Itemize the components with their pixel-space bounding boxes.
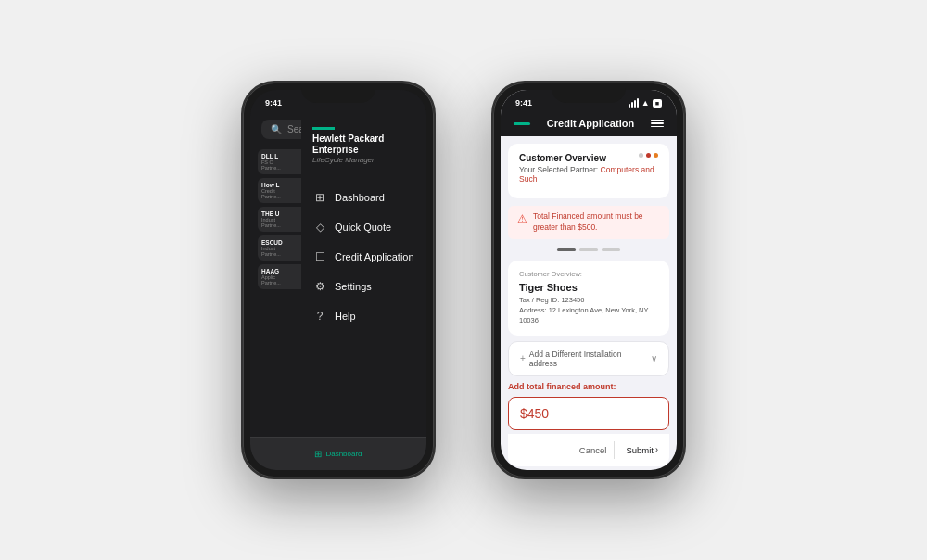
right-time: 9:41 <box>515 98 532 108</box>
left-phone-screen: 9:41 ▲ ■ 🔍 Search DLL L FS O Par <box>250 90 426 470</box>
error-message: Total Financed amount must be greater th… <box>533 211 660 234</box>
progress-dot-1 <box>557 248 576 251</box>
bottom-nav-label: Dashboard <box>325 450 362 458</box>
chevron-right-icon: › <box>655 445 658 454</box>
hamburger-menu-button[interactable] <box>651 120 664 128</box>
sidebar-item-label: Settings <box>335 281 372 292</box>
submit-button[interactable]: Submit › <box>626 445 658 455</box>
sidebar-item-dashboard[interactable]: ⊞ Dashboard <box>312 183 415 212</box>
left-phone: 9:41 ▲ ■ 🔍 Search DLL L FS O Par <box>241 81 436 479</box>
progress-dot-3 <box>602 248 620 251</box>
right-phone: 9:41 ▲ ■ Credit Application <box>491 81 686 479</box>
phone-notch <box>301 83 375 103</box>
left-time: 9:41 <box>265 98 282 108</box>
app-logo: Hewlett PackardEnterprise LifeCycle Mana… <box>312 127 415 164</box>
customer-tax-id: Tax / Reg ID: 123456 <box>519 295 658 305</box>
sidebar-item-label: Help <box>335 311 356 322</box>
plus-icon: + <box>520 353 526 363</box>
cancel-button[interactable]: Cancel <box>572 441 616 459</box>
dot-red <box>646 153 651 158</box>
battery-icon: ■ <box>653 99 662 108</box>
logo-accent-bar <box>312 127 335 130</box>
wifi-icon: ▲ <box>641 98 650 108</box>
progress-indicator <box>501 245 677 255</box>
add-address-label: Add a Different Installation address <box>529 350 651 368</box>
navigation-drawer: Hewlett PackardEnterprise LifeCycle Mana… <box>301 90 426 470</box>
amount-value: $450 <box>520 406 549 421</box>
customer-card-label: Customer Overview: <box>519 270 658 278</box>
sidebar-item-settings[interactable]: ⚙ Settings <box>312 272 415 301</box>
customer-overview-card: Customer Overview Your Selected Partner:… <box>508 144 669 198</box>
app-header: Credit Application <box>501 112 677 136</box>
signal-icon <box>629 98 639 108</box>
customer-address: Address: 12 Lexington Ave, New York, NY … <box>519 305 658 326</box>
dashboard-icon: ⊞ <box>314 449 322 459</box>
sidebar-item-label: Dashboard <box>335 192 385 203</box>
right-status-icons: ▲ ■ <box>629 98 662 108</box>
question-icon: ? <box>312 309 327 324</box>
customer-name: Tiger Shoes <box>519 282 658 293</box>
header-logo-bar <box>514 122 530 125</box>
phone-notch <box>552 83 626 103</box>
grid-icon: ⊞ <box>312 190 327 205</box>
partner-text: Your Selected Partner: Computers and Suc… <box>519 165 658 184</box>
chevron-down-icon: ∨ <box>651 353 657 363</box>
sidebar-item-quick-quote[interactable]: ◇ Quick Quote <box>312 212 415 242</box>
error-banner: ⚠ Total Financed amount must be greater … <box>508 206 669 239</box>
three-dots-menu[interactable] <box>639 153 658 158</box>
gear-icon: ⚙ <box>312 279 327 294</box>
company-name: Hewlett PackardEnterprise <box>312 134 415 156</box>
customer-info-card: Customer Overview: Tiger Shoes Tax / Reg… <box>508 261 669 336</box>
dot-orange <box>654 153 658 158</box>
document-icon: ☐ <box>312 249 327 264</box>
tag-icon: ◇ <box>312 220 327 235</box>
sidebar-item-help[interactable]: ? Help <box>312 301 415 331</box>
right-phone-screen: 9:41 ▲ ■ Credit Application <box>501 90 677 470</box>
bottom-navigation[interactable]: ⊞ Dashboard <box>250 437 426 470</box>
progress-dot-2 <box>579 248 598 251</box>
customer-overview-title: Customer Overview <box>519 153 606 163</box>
page-title: Credit Application <box>547 118 634 129</box>
sidebar-item-label: Quick Quote <box>335 222 391 233</box>
amount-input[interactable]: $450 <box>508 397 669 430</box>
amount-label: Add total financed amount: <box>508 382 669 391</box>
sidebar-item-label: Credit Application <box>335 251 414 262</box>
amount-section: Add total financed amount: $450 <box>508 382 669 430</box>
warning-icon: ⚠ <box>517 212 527 225</box>
add-address-text: + Add a Different Installation address <box>520 350 651 368</box>
search-icon: 🔍 <box>271 124 282 134</box>
sidebar-item-credit-application[interactable]: ☐ Credit Application <box>312 242 415 272</box>
customer-overview-header: Customer Overview <box>519 153 658 163</box>
app-subtitle: LifeCycle Manager <box>312 156 415 164</box>
installation-address-row[interactable]: + Add a Different Installation address ∨ <box>508 341 669 376</box>
dot-gray <box>639 153 643 158</box>
action-buttons: Cancel Submit › <box>508 434 669 466</box>
